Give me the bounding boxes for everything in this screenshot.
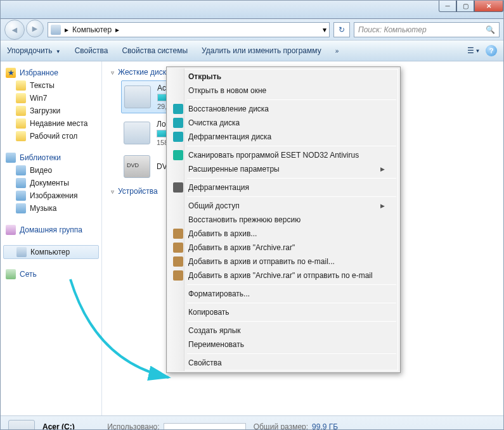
homegroup-icon — [6, 225, 16, 235]
sidebar-item[interactable]: Музыка — [1, 202, 101, 215]
context-menu-item[interactable]: Создать ярлык — [169, 324, 397, 338]
refresh-button[interactable]: ↻ — [333, 22, 350, 37]
folder-icon — [16, 131, 26, 141]
folder-icon — [16, 106, 26, 116]
sidebar-item[interactable]: Изображения — [1, 189, 101, 202]
context-menu-item[interactable]: Свойства — [169, 356, 397, 370]
context-menu-item[interactable]: Добавить в архив и отправить по e-mail..… — [169, 255, 397, 269]
menu-item-icon — [173, 243, 183, 253]
drive-icon — [124, 85, 151, 108]
help-button[interactable]: ? — [486, 45, 497, 56]
library-icon — [16, 203, 26, 213]
menu-item-icon — [173, 270, 183, 281]
sidebar-favorites[interactable]: ★Избранное — [1, 66, 101, 79]
sidebar-item[interactable]: Документы — [1, 177, 101, 189]
context-menu-item[interactable]: Добавить в архив... — [169, 227, 397, 241]
library-icon — [16, 178, 26, 188]
search-box[interactable]: Поиск: Компьютер 🔍 — [354, 22, 500, 37]
address-bar: ◄ ► ▸ Компьютер ▸ ▾ ↻ Поиск: Компьютер 🔍 — [1, 19, 503, 41]
organize-menu[interactable]: Упорядочить ▼ — [7, 46, 61, 55]
titlebar: ─ ▢ ✕ — [1, 1, 503, 19]
maximize-button[interactable]: ▢ — [456, 1, 474, 12]
context-menu-item[interactable]: Форматировать... — [169, 287, 397, 301]
menu-item-icon — [173, 229, 183, 239]
address-box[interactable]: ▸ Компьютер ▸ ▾ — [48, 22, 330, 37]
context-menu-item[interactable]: Восстановление диска — [169, 102, 397, 116]
context-menu: ОткрытьОткрыть в новом окнеВосстановлени… — [166, 66, 401, 373]
menu-item-icon — [173, 132, 183, 142]
context-menu-item[interactable]: Добавить в архив "Archive.rar" — [169, 241, 397, 255]
context-menu-item[interactable]: Сканировать программой ESET NOD32 Antivi… — [169, 148, 397, 162]
sidebar-item[interactable]: Рабочий стол — [1, 130, 101, 142]
search-icon: 🔍 — [486, 25, 495, 34]
context-menu-item[interactable]: Дефрагментация диска — [169, 130, 397, 144]
library-icon — [6, 153, 16, 163]
drive-icon — [8, 420, 35, 431]
context-menu-item[interactable]: Переименовать — [169, 338, 397, 351]
context-menu-item[interactable]: Открыть — [169, 70, 397, 84]
context-menu-item[interactable]: Дефрагментация — [169, 180, 397, 194]
sidebar-computer[interactable]: Компьютер — [3, 245, 99, 259]
submenu-arrow-icon: ▶ — [380, 203, 385, 209]
usage-bar — [164, 423, 246, 431]
toolbar-overflow[interactable]: » — [335, 47, 339, 54]
back-button[interactable]: ◄ — [4, 20, 25, 40]
sidebar-item[interactable]: Win7 — [1, 92, 101, 104]
context-menu-item[interactable]: Добавить в архив "Archive.rar" и отправи… — [169, 269, 397, 282]
sidebar-item[interactable]: Видео — [1, 164, 101, 177]
properties-button[interactable]: Свойства — [75, 46, 108, 55]
menu-item-icon — [173, 182, 183, 193]
context-menu-item[interactable]: Восстановить прежнюю версию — [169, 213, 397, 227]
toolbar: Упорядочить ▼ Свойства Свойства системы … — [1, 41, 503, 61]
view-options-button[interactable]: ☰ ▼ — [468, 45, 479, 56]
context-menu-item[interactable]: Расширенные параметры▶ — [169, 162, 397, 176]
library-icon — [16, 165, 26, 175]
drive-icon — [124, 122, 150, 144]
star-icon: ★ — [6, 68, 16, 78]
drive-icon: DVD — [124, 155, 150, 178]
uninstall-button[interactable]: Удалить или изменить программу — [202, 46, 321, 55]
used-label: Использовано: — [107, 422, 159, 431]
menu-item-icon — [173, 256, 183, 267]
minimize-button[interactable]: ─ — [439, 1, 456, 12]
submenu-arrow-icon: ▶ — [380, 166, 385, 172]
status-bar: Acer (C:) Локальный диск Использовано: С… — [1, 415, 503, 430]
context-menu-item[interactable]: Общий доступ▶ — [169, 199, 397, 213]
context-menu-item[interactable]: Копировать — [169, 305, 397, 319]
network-icon — [6, 269, 16, 279]
system-properties-button[interactable]: Свойства системы — [122, 46, 188, 55]
menu-item-icon — [173, 104, 183, 114]
status-drive-name: Acer (C:) — [42, 422, 100, 431]
context-menu-item[interactable]: Открыть в новом окне — [169, 84, 397, 98]
sidebar-item[interactable]: Недавние места — [1, 117, 101, 130]
size-value: 99,9 ГБ — [312, 422, 338, 431]
folder-icon — [16, 93, 26, 103]
menu-item-icon — [173, 150, 183, 160]
sidebar-item[interactable]: Загрузки — [1, 104, 101, 117]
menu-item-icon — [173, 118, 183, 128]
sidebar-network[interactable]: Сеть — [1, 268, 101, 281]
search-placeholder: Поиск: Компьютер — [358, 25, 427, 34]
library-icon — [16, 191, 26, 201]
sidebar-libraries[interactable]: Библиотеки — [1, 151, 101, 164]
folder-icon — [16, 118, 26, 129]
computer-icon — [51, 25, 61, 35]
size-label: Общий размер: — [254, 422, 308, 431]
sidebar-homegroup[interactable]: Домашняя группа — [1, 224, 101, 236]
folder-icon — [16, 80, 26, 91]
breadcrumb[interactable]: Компьютер — [72, 25, 112, 34]
context-menu-item[interactable]: Очистка диска — [169, 116, 397, 130]
computer-icon — [16, 247, 27, 257]
close-button[interactable]: ✕ — [474, 1, 503, 12]
navigation-pane: ★Избранное ТекстыWin7ЗагрузкиНедавние ме… — [1, 61, 102, 415]
forward-button[interactable]: ► — [26, 20, 44, 37]
sidebar-item[interactable]: Тексты — [1, 79, 101, 92]
